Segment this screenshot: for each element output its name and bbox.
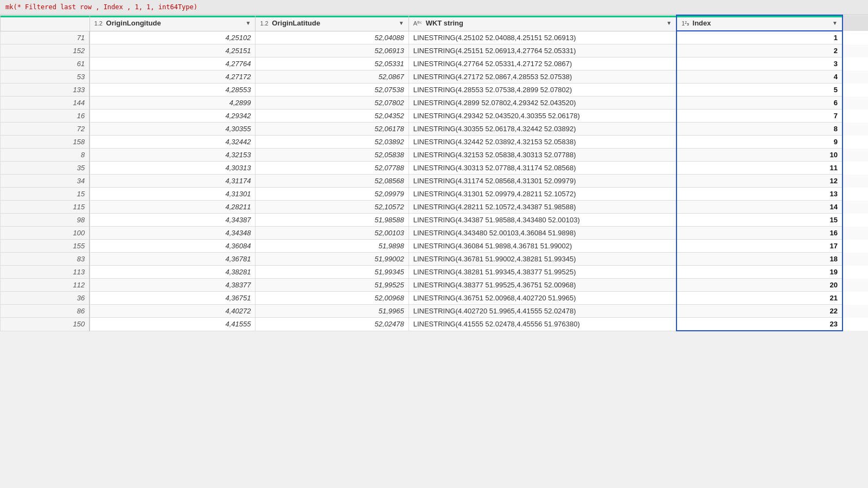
cell-index: 6 [676, 97, 843, 110]
scrollbar-cell [843, 292, 868, 305]
cell-longitude: 4,38377 [90, 279, 256, 292]
scrollbar-cell [843, 175, 868, 188]
cell-latitude: 52,09979 [256, 188, 409, 201]
col-dropdown-lat[interactable]: ▼ [399, 20, 404, 26]
col-header-rownum [1, 15, 90, 31]
cell-rownum: 150 [1, 318, 90, 331]
scrollbar-cell [843, 149, 868, 162]
col-header-index[interactable]: 1²₃ Index ▼ [676, 15, 843, 31]
cell-wkt: LINESTRING(4.2899 52.07802,4.29342 52.04… [409, 97, 676, 110]
cell-latitude: 52,04088 [256, 31, 409, 44]
cell-wkt: LINESTRING(4.36084 51.9898,4.36781 51.99… [409, 240, 676, 253]
table-row: 354,3031352,07788LINESTRING(4.30313 52.0… [1, 162, 869, 175]
table-row: 1124,3837751,99525LINESTRING(4.38377 51.… [1, 279, 869, 292]
cell-wkt: LINESTRING(4.25151 52.06913,4.27764 52.0… [409, 44, 676, 57]
cell-wkt: LINESTRING(4.38377 51.99525,4.36751 52.0… [409, 279, 676, 292]
table-row: 364,3675152,00968LINESTRING(4.36751 52.0… [1, 292, 869, 305]
col-label-wkt: WKT string [426, 19, 463, 27]
cell-latitude: 52,07538 [256, 84, 409, 97]
cell-longitude: 4,25102 [90, 31, 256, 44]
top-bar: mk(* Filtered last row , Index , 1, 1, i… [0, 0, 868, 15]
cell-latitude: 52,06913 [256, 44, 409, 57]
scrollbar-cell [843, 162, 868, 175]
cell-latitude: 52,02478 [256, 318, 409, 331]
cell-latitude: 51,99345 [256, 266, 409, 279]
col-header-scrollbar [843, 15, 868, 31]
scrollbar-cell [843, 279, 868, 292]
cell-longitude: 4,41555 [90, 318, 256, 331]
scrollbar-cell [843, 266, 868, 279]
cell-longitude: 4,34348 [90, 227, 256, 240]
col-type-wkt: Aᴮᶜ [413, 20, 422, 27]
cell-index: 4 [676, 70, 843, 84]
cell-rownum: 115 [1, 201, 90, 214]
cell-index: 2 [676, 44, 843, 57]
col-type-lat: 1.2 [260, 20, 268, 27]
scrollbar-cell [843, 110, 868, 123]
table-row: 534,2717252,0867LINESTRING(4.27172 52.08… [1, 70, 869, 84]
table-row: 714,2510252,04088LINESTRING(4.25102 52.0… [1, 31, 869, 44]
top-bar-text: mk(* Filtered last row , Index , 1, 1, i… [5, 3, 197, 11]
col-dropdown-index[interactable]: ▼ [832, 20, 838, 26]
scrollbar-cell [843, 253, 868, 266]
cell-rownum: 71 [1, 31, 90, 44]
col-header-longitude[interactable]: 1.2 OriginLongitude ▼ [90, 15, 256, 31]
cell-index: 17 [676, 240, 843, 253]
col-dropdown-wkt[interactable]: ▼ [666, 20, 672, 26]
cell-longitude: 4,38281 [90, 266, 256, 279]
cell-wkt: LINESTRING(4.34387 51.98588,4.343480 52.… [409, 214, 676, 227]
scrollbar-cell [843, 188, 868, 201]
cell-latitude: 52,0867 [256, 70, 409, 84]
cell-index: 21 [676, 292, 843, 305]
table-row: 1154,2821152,10572LINESTRING(4.28211 52.… [1, 201, 869, 214]
table-row: 1524,2515152,06913LINESTRING(4.25151 52.… [1, 44, 869, 57]
cell-rownum: 144 [1, 97, 90, 110]
cell-index: 22 [676, 305, 843, 318]
scrollbar-cell [843, 305, 868, 318]
cell-rownum: 35 [1, 162, 90, 175]
cell-longitude: 4,34387 [90, 214, 256, 227]
col-dropdown-lon[interactable]: ▼ [246, 20, 251, 26]
cell-rownum: 100 [1, 227, 90, 240]
cell-index: 15 [676, 214, 843, 227]
cell-index: 7 [676, 110, 843, 123]
cell-latitude: 51,9965 [256, 305, 409, 318]
cell-rownum: 152 [1, 44, 90, 57]
cell-longitude: 4,25151 [90, 44, 256, 57]
cell-wkt: LINESTRING(4.343480 52.00103,4.36084 51.… [409, 227, 676, 240]
cell-latitude: 52,00968 [256, 292, 409, 305]
cell-wkt: LINESTRING(4.402720 51.9965,4.41555 52.0… [409, 305, 676, 318]
cell-rownum: 112 [1, 279, 90, 292]
cell-wkt: LINESTRING(4.36781 51.99002,4.38281 51.9… [409, 253, 676, 266]
cell-index: 20 [676, 279, 843, 292]
scrollbar-cell [843, 31, 868, 44]
col-header-latitude[interactable]: 1.2 OriginLatitude ▼ [256, 15, 409, 31]
cell-latitude: 52,07802 [256, 97, 409, 110]
cell-index: 16 [676, 227, 843, 240]
cell-index: 19 [676, 266, 843, 279]
table-row: 1554,3608451,9898LINESTRING(4.36084 51.9… [1, 240, 869, 253]
scrollbar-cell [843, 318, 868, 331]
scrollbar-cell [843, 201, 868, 214]
cell-wkt: LINESTRING(4.32153 52.05838,4.30313 52.0… [409, 149, 676, 162]
scrollbar-cell [843, 214, 868, 227]
cell-wkt: LINESTRING(4.38281 51.99345,4.38377 51.9… [409, 266, 676, 279]
cell-rownum: 113 [1, 266, 90, 279]
cell-latitude: 52,10572 [256, 201, 409, 214]
col-header-wkt[interactable]: Aᴮᶜ WKT string ▼ [409, 15, 676, 31]
table-row: 1134,3828151,99345LINESTRING(4.38281 51.… [1, 266, 869, 279]
table-row: 724,3035552,06178LINESTRING(4.30355 52.0… [1, 123, 869, 136]
table-row: 984,3438751,98588LINESTRING(4.34387 51.9… [1, 214, 869, 227]
scrollbar-cell [843, 70, 868, 84]
cell-rownum: 16 [1, 110, 90, 123]
scrollbar-cell [843, 227, 868, 240]
cell-latitude: 52,04352 [256, 110, 409, 123]
cell-index: 1 [676, 31, 843, 44]
scrollbar-cell [843, 123, 868, 136]
cell-rownum: 15 [1, 188, 90, 201]
table-row: 1504,4155552,02478LINESTRING(4.41555 52.… [1, 318, 869, 331]
table-row: 1584,3244252,03892LINESTRING(4.32442 52.… [1, 136, 869, 149]
cell-latitude: 51,99525 [256, 279, 409, 292]
cell-rownum: 8 [1, 149, 90, 162]
cell-longitude: 4,36084 [90, 240, 256, 253]
